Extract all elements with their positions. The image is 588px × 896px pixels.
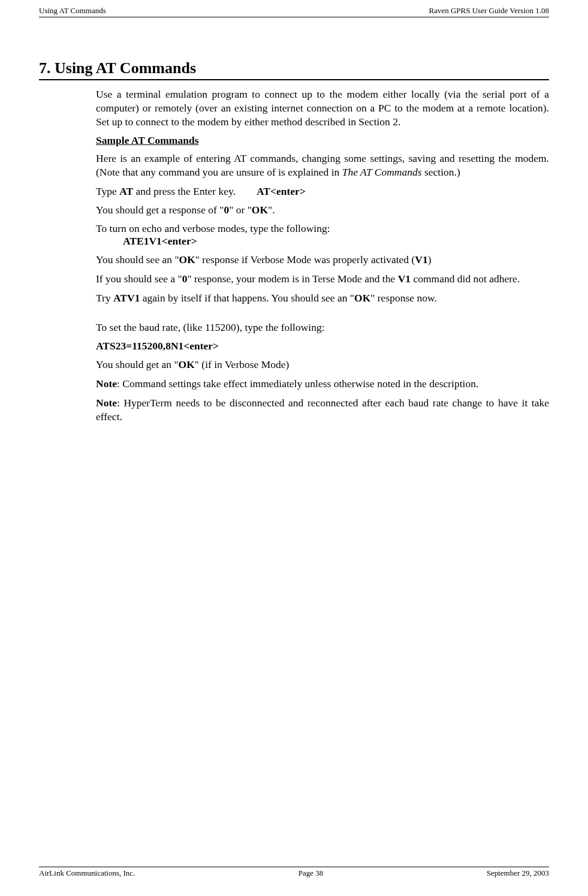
p1-pre: Here is an example of entering AT comman… xyxy=(96,152,549,178)
paragraph-9: ATS23=115200,8N1<enter> xyxy=(96,340,549,352)
section-title: 7. Using AT Commands xyxy=(39,59,549,80)
p7-b2: OK xyxy=(354,292,370,304)
p5-b1: OK xyxy=(179,254,195,266)
paragraph-12: Note: HyperTerm needs to be disconnected… xyxy=(96,396,549,424)
p3-b2: OK xyxy=(252,204,268,216)
page-footer: AirLink Communications, Inc. Page 38 Sep… xyxy=(39,867,549,878)
header-right: Raven GPRS User Guide Version 1.08 xyxy=(429,6,549,16)
p11-text: : Command settings take effect immediate… xyxy=(117,378,478,390)
p2-b1: AT xyxy=(119,185,133,197)
paragraph-4: To turn on echo and verbose modes, type … xyxy=(96,222,549,248)
paragraph-6: If you should see a "0" response, your m… xyxy=(96,272,549,286)
p3-mid: " or " xyxy=(229,204,252,216)
footer-right: September 29, 2003 xyxy=(487,868,549,878)
p3-pre: You should get a response of " xyxy=(96,204,224,216)
p6-mid: " response, your modem is in Terse Mode … xyxy=(187,273,397,285)
p6-pre: If you should see a " xyxy=(96,273,182,285)
p7-pre: Try xyxy=(96,292,113,304)
subtitle: Sample AT Commands xyxy=(96,134,549,147)
paragraph-3: You should get a response of "0" or "OK"… xyxy=(96,204,549,216)
p6-b2: V1 xyxy=(398,273,411,285)
p5-post: ) xyxy=(428,254,432,266)
footer-left: AirLink Communications, Inc. xyxy=(39,868,135,878)
p10-post: " (if in Verbose Mode) xyxy=(195,358,289,370)
p10-b: OK xyxy=(179,358,195,370)
p6-post: command did not adhere. xyxy=(411,273,520,285)
paragraph-5: You should see an "OK" response if Verbo… xyxy=(96,254,549,266)
p7-mid: again by itself if that happens. You sho… xyxy=(140,292,354,304)
p5-mid: " response if Verbose Mode was properly … xyxy=(195,254,415,266)
p4-cmd: ATE1V1<enter> xyxy=(96,235,549,248)
p12-text: : HyperTerm needs to be disconnected and… xyxy=(96,397,549,423)
p1-italic: The AT Commands xyxy=(342,166,422,178)
p5-pre: You should see an " xyxy=(96,254,179,266)
p10-pre: You should get an " xyxy=(96,358,179,370)
p11-b: Note xyxy=(96,378,117,390)
paragraph-11: Note: Command settings take effect immed… xyxy=(96,377,549,391)
p1-post: section.) xyxy=(422,166,460,178)
p2-mid: and press the Enter key. xyxy=(133,185,257,197)
page-header: Using AT Commands Raven GPRS User Guide … xyxy=(39,6,549,17)
p2-b2: AT<enter> xyxy=(257,185,306,197)
footer-center: Page 38 xyxy=(298,868,324,878)
header-left: Using AT Commands xyxy=(39,6,106,16)
p7-post: " response now. xyxy=(370,292,437,304)
paragraph-7: Try ATV1 again by itself if that happens… xyxy=(96,292,549,304)
p3-b1: 0 xyxy=(224,204,229,216)
p2-pre: Type xyxy=(96,185,119,197)
p7-b1: ATV1 xyxy=(113,292,140,304)
intro-paragraph: Use a terminal emulation program to conn… xyxy=(96,88,549,128)
spacer xyxy=(96,310,549,321)
paragraph-1: Here is an example of entering AT comman… xyxy=(96,152,549,179)
p5-b2: V1 xyxy=(415,254,427,266)
paragraph-2: Type AT and press the Enter key. AT<ente… xyxy=(96,185,549,198)
p3-post: ". xyxy=(268,204,275,216)
paragraph-10: You should get an "OK" (if in Verbose Mo… xyxy=(96,358,549,371)
paragraph-8: To set the baud rate, (like 115200), typ… xyxy=(96,321,549,334)
main-content: 7. Using AT Commands Use a terminal emul… xyxy=(39,59,549,424)
p4-text: To turn on echo and verbose modes, type … xyxy=(96,222,549,235)
p12-b: Note xyxy=(96,397,117,409)
